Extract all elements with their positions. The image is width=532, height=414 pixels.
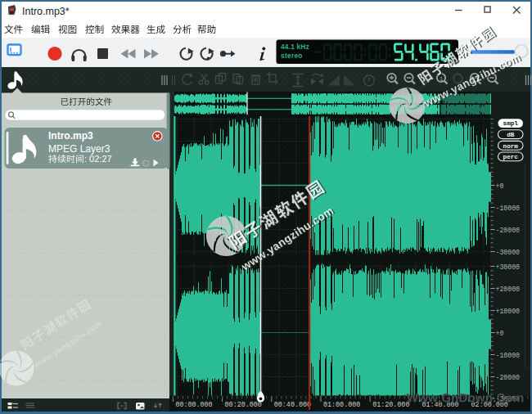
svg-text:-20000: -20000: [496, 374, 521, 381]
svg-text:norm: norm: [503, 143, 519, 150]
svg-text:Intro.mp3: Intro.mp3: [48, 130, 93, 142]
svg-text:00:00.000: 00:00.000: [175, 401, 212, 409]
svg-text:+0: +0: [496, 330, 504, 337]
svg-text:-10000: -10000: [496, 352, 521, 359]
svg-text:perc: perc: [503, 154, 519, 160]
svg-text:Intro.mp3*: Intro.mp3*: [22, 6, 70, 17]
svg-text:dB: dB: [507, 132, 515, 138]
svg-text:MPEG Layer3: MPEG Layer3: [48, 143, 110, 155]
svg-text:+30000: +30000: [496, 263, 521, 271]
svg-text:00:40.000: 00:40.000: [274, 401, 311, 409]
svg-text:1: 1: [440, 75, 444, 83]
svg-text:stereo: stereo: [281, 52, 303, 60]
svg-text:+0: +0: [496, 182, 504, 190]
svg-text:-10000: -10000: [496, 205, 521, 212]
svg-text:01:20.000: 01:20.000: [372, 401, 409, 409]
svg-text:44.1 kHz: 44.1 kHz: [281, 43, 309, 51]
svg-text:01:00.000: 01:00.000: [323, 401, 360, 409]
svg-text:: 02:27: : 02:27: [84, 154, 112, 164]
svg-text:-20000: -20000: [496, 227, 521, 234]
svg-text:00:20.000: 00:20.000: [225, 401, 262, 409]
svg-text:-30000: -30000: [496, 249, 521, 256]
svg-text:+20000: +20000: [496, 286, 521, 293]
svg-text:smpl: smpl: [503, 120, 519, 127]
svg-text:+10000: +10000: [496, 308, 521, 315]
